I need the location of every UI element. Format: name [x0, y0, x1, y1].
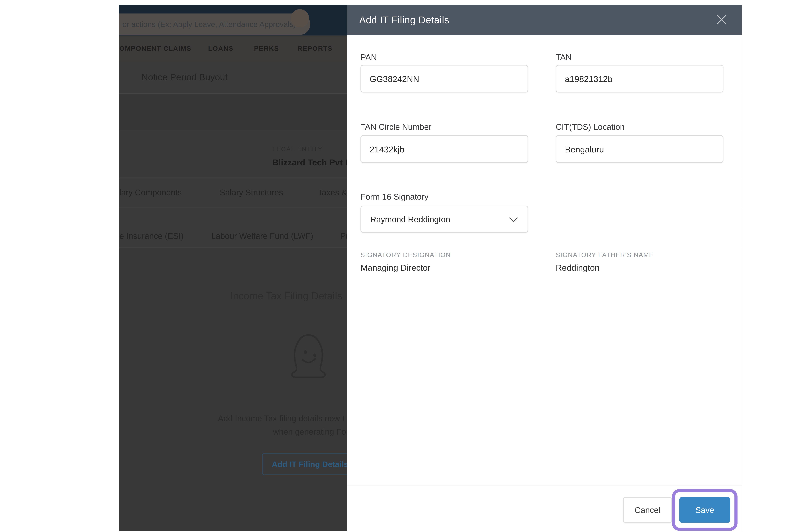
save-button[interactable]: Save: [679, 497, 730, 523]
signatory-designation-value: Managing Director: [360, 263, 430, 272]
modal-title: Add IT Filing Details: [347, 14, 449, 25]
tan-label: TAN: [556, 53, 572, 62]
tan-circle-number-label: TAN Circle Number: [360, 122, 432, 132]
tan-circle-number-input[interactable]: [360, 135, 528, 163]
modal-footer: Cancel Save: [347, 485, 742, 531]
signatory-fathers-name-label: SIGNATORY FATHER'S NAME: [556, 251, 654, 258]
chevron-down-icon: [509, 217, 518, 222]
cit-tds-location-label: CIT(TDS) Location: [556, 122, 625, 132]
modal-header: Add IT Filing Details: [347, 5, 742, 35]
cancel-button[interactable]: Cancel: [623, 497, 672, 523]
cit-tds-location-input[interactable]: [556, 135, 723, 163]
tan-input[interactable]: [556, 65, 723, 93]
close-icon[interactable]: [716, 14, 727, 25]
save-focus-ring: Save: [672, 489, 737, 531]
signatory-fathers-name-value: Reddington: [556, 263, 599, 272]
screenshot-canvas: or actions (Ex: Apply Leave, Attendance …: [0, 0, 788, 532]
signatory-designation-label: SIGNATORY DESIGNATION: [360, 251, 451, 258]
pan-label: PAN: [360, 53, 377, 62]
pan-input[interactable]: [360, 65, 528, 93]
add-it-filing-details-modal: Add IT Filing Details PAN TAN TAN Circle…: [347, 5, 742, 531]
form16-signatory-label: Form 16 Signatory: [360, 192, 428, 201]
form16-signatory-select[interactable]: Raymond Reddington: [360, 206, 528, 233]
form16-signatory-value: Raymond Reddington: [361, 215, 450, 224]
